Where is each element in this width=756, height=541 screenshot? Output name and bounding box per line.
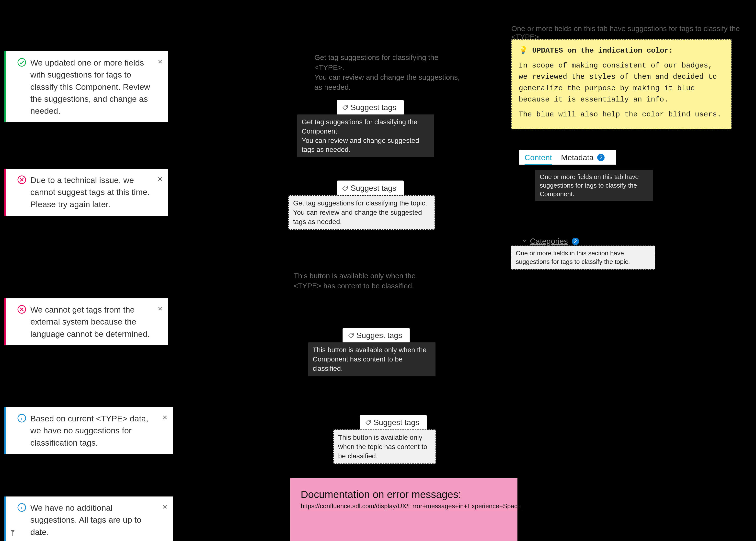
suggest-tags-button[interactable]: Suggest tags	[337, 181, 404, 196]
info-circle-icon	[17, 503, 26, 512]
svg-point-7	[352, 334, 353, 335]
tooltip: This button is available only when the C…	[308, 342, 435, 376]
doc-title: Documentation on error messages:	[301, 489, 507, 500]
tab-content[interactable]: Content	[524, 153, 552, 162]
doc-link-box: Documentation on error messages: https:/…	[290, 478, 517, 541]
doc-link[interactable]: https://confluence.sdl.com/display/UX/Er…	[301, 502, 507, 510]
toast-error: We cannot get tags from the external sys…	[4, 298, 168, 345]
button-label: Suggest tags	[351, 103, 396, 112]
toast-success: We updated one or more fields with sugge…	[4, 51, 168, 122]
button-label: Suggest tags	[357, 331, 402, 340]
toast-info: We have no additional suggestions. All t…	[4, 496, 173, 541]
suggest-tags-button[interactable]: Suggest tags	[360, 415, 427, 430]
tab-metadata[interactable]: Metadata 2	[561, 153, 604, 162]
badge: 2	[597, 154, 604, 161]
tag-icon	[342, 185, 349, 192]
toast-message: We updated one or more fields with sugge…	[30, 57, 155, 117]
svg-point-0	[18, 58, 26, 66]
suggest-tags-button[interactable]: Suggest tags	[343, 328, 410, 343]
tag-icon	[348, 332, 355, 339]
toast-info: Based on current <TYPE> data, we have no…	[4, 407, 173, 454]
suggest-btn-caption-template: Get tag suggestions for classifying the …	[315, 53, 466, 92]
check-circle-icon	[17, 58, 26, 67]
chevron-down-icon	[521, 237, 527, 246]
toast-message: Based on current <TYPE> data, we have no…	[30, 413, 160, 449]
sticky-note: 💡 UPDATES on the indication color: In sc…	[511, 39, 732, 129]
close-icon[interactable]: ×	[158, 304, 163, 312]
suggest-tags-button[interactable]: Suggest tags	[337, 100, 404, 115]
tooltip: Get tag suggestions for classifying the …	[297, 115, 434, 157]
tag-icon	[365, 419, 372, 426]
close-icon[interactable]: ×	[163, 502, 167, 511]
toast-message: Due to a technical issue, we cannot sugg…	[30, 174, 155, 210]
svg-point-6	[346, 187, 347, 188]
tab-tooltip-template: One or more fields on this tab have sugg…	[511, 24, 741, 41]
close-icon[interactable]: ×	[163, 413, 167, 421]
badge: 2	[572, 238, 579, 245]
collapse-icon[interactable]: ⤒	[9, 528, 16, 538]
tab-bar: Content Metadata 2	[519, 150, 616, 165]
tooltip: One or more fields on this tab have sugg…	[535, 170, 653, 201]
svg-point-8	[369, 421, 370, 422]
toast-message: We have no additional suggestions. All t…	[30, 502, 160, 538]
button-label: Suggest tags	[374, 418, 419, 427]
tooltip: This button is available only when the t…	[333, 429, 436, 464]
svg-point-5	[346, 106, 347, 107]
tooltip: Get tag suggestions for classifying the …	[288, 195, 435, 230]
close-icon[interactable]: ×	[158, 57, 163, 66]
tag-icon	[342, 104, 349, 111]
categories-section-header[interactable]: Categories 2	[521, 237, 579, 246]
tooltip: One or more fields in this section have …	[511, 246, 655, 270]
sticky-title: 💡 UPDATES on the indication color:	[519, 45, 724, 57]
error-circle-icon	[17, 175, 26, 185]
close-icon[interactable]: ×	[158, 175, 163, 183]
button-label: Suggest tags	[351, 184, 396, 193]
info-circle-icon	[17, 413, 26, 423]
sticky-paragraph: The blue will also help the color blind …	[519, 109, 724, 120]
sticky-paragraph: In scope of making consistent of our bad…	[519, 60, 724, 105]
tab-label: Content	[524, 153, 552, 162]
toast-message: We cannot get tags from the external sys…	[30, 304, 155, 340]
toast-error: Due to a technical issue, we cannot sugg…	[4, 169, 168, 216]
tab-label: Metadata	[561, 153, 593, 162]
error-circle-icon	[17, 305, 26, 314]
suggest-btn-disabled-caption-template: This button is available only when the <…	[294, 271, 430, 291]
section-label: Categories	[530, 237, 568, 246]
